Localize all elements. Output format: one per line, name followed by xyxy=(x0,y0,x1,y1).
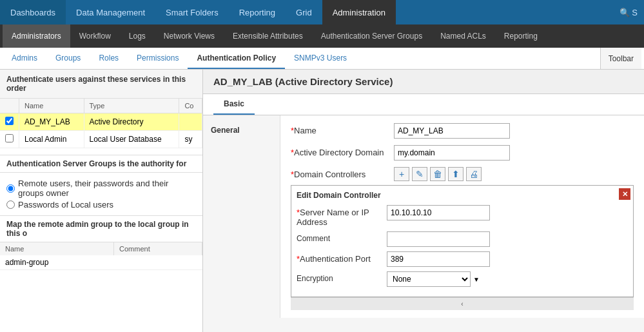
encryption-select[interactable]: None SSL TLS xyxy=(387,271,471,287)
third-navigation: Admins Groups Roles Permissions Authenti… xyxy=(0,48,644,70)
left-panel: Authenticate users against these service… xyxy=(0,70,203,332)
dc-add-button[interactable]: + xyxy=(394,167,409,181)
main-content: Authenticate users against these service… xyxy=(0,70,644,332)
sidebar-general[interactable]: General xyxy=(203,122,280,139)
dc-print-button[interactable]: 🖨 xyxy=(466,167,482,181)
dialog-form: *Name *Active Directory Domain xyxy=(280,115,644,318)
row-name: Local Admin xyxy=(19,131,84,148)
second-navigation: Administrators Workflow Logs Network Vie… xyxy=(0,24,644,48)
encryption-label: Encryption xyxy=(297,271,387,283)
ad-domain-input[interactable] xyxy=(394,145,510,161)
radio-group: Remote users, their passwords and their … xyxy=(0,173,202,215)
nav-grid[interactable]: Grid xyxy=(286,0,322,24)
dc-delete-button[interactable]: 🗑 xyxy=(430,167,445,181)
dialog-title: AD_MY_LAB (Active Directory Service) xyxy=(203,70,644,94)
scroll-left-indicator[interactable]: ‹ xyxy=(291,297,634,310)
map-section: Map the remote admin group to the local … xyxy=(0,215,202,270)
table-row[interactable]: Local Admin Local User Database sy xyxy=(0,131,202,148)
dialog-tab-basic[interactable]: Basic xyxy=(213,94,255,115)
tab-admins[interactable]: Admins xyxy=(3,48,46,69)
server-label: *Server Name or IP Address xyxy=(297,205,387,227)
col-type: Type xyxy=(84,99,179,113)
domain-controllers-header: *Domain Controllers + ✎ 🗑 ⬆ 🖨 xyxy=(291,167,634,181)
auth-services-table: Name Type Co AD_MY_LAB Active Directory … xyxy=(0,99,202,148)
col-name: Name xyxy=(19,99,84,113)
comment-input-container xyxy=(387,231,490,247)
dc-export-button[interactable]: ⬆ xyxy=(448,167,463,181)
subnav-workflow[interactable]: Workflow xyxy=(70,24,120,48)
row-name: AD_MY_LAB xyxy=(19,113,84,131)
name-input-container xyxy=(394,123,634,139)
map-row-name: admin-group xyxy=(0,255,114,270)
tab-permissions[interactable]: Permissions xyxy=(128,48,188,69)
map-row-comment xyxy=(114,255,202,270)
nav-dashboards[interactable]: Dashboards xyxy=(0,0,66,24)
row-checkbox[interactable] xyxy=(0,113,19,131)
name-input[interactable] xyxy=(394,123,510,139)
subnav-administrators[interactable]: Administrators xyxy=(3,24,70,48)
subnav-auth-server-groups[interactable]: Authentication Server Groups xyxy=(312,24,431,48)
subnav-extensible-attributes[interactable]: Extensible Attributes xyxy=(224,24,312,48)
authority-title: Authentication Server Groups is the auth… xyxy=(0,155,202,173)
dc-label: *Domain Controllers xyxy=(291,170,394,179)
ad-domain-label: *Active Directory Domain xyxy=(291,145,394,157)
radio-row-remote: Remote users, their passwords and their … xyxy=(6,179,196,198)
table-row[interactable]: AD_MY_LAB Active Directory xyxy=(0,113,202,131)
encryption-row: Encryption None SSL TLS ▼ xyxy=(297,271,628,287)
radio-local-label: Passwords of Local users xyxy=(18,200,113,210)
dc-toolbar: + ✎ 🗑 ⬆ 🖨 xyxy=(394,167,482,181)
row-type: Active Directory xyxy=(84,113,179,131)
auth-port-input-container xyxy=(387,251,490,267)
dialog-body: General *Name *Active Directory Domain xyxy=(203,115,644,318)
row-comment: sy xyxy=(179,131,202,148)
row-checkbox[interactable] xyxy=(0,131,19,148)
col-comment: Co xyxy=(179,99,202,113)
top-navigation: Dashboards Data Management Smart Folders… xyxy=(0,0,644,24)
comment-row: Comment xyxy=(297,231,628,247)
toolbar-label: Toolbar xyxy=(600,48,641,69)
radio-local[interactable] xyxy=(6,200,15,209)
search-area: 🔍 S xyxy=(620,0,644,24)
search-icon: 🔍 S xyxy=(620,8,638,17)
map-col-comment: Comment xyxy=(114,242,202,255)
right-panel: AD_MY_LAB (Active Directory Service) Bas… xyxy=(203,70,644,332)
tab-snmpv3-users[interactable]: SNMPv3 Users xyxy=(285,48,356,69)
comment-input[interactable] xyxy=(387,231,490,247)
row-type: Local User Database xyxy=(84,131,179,148)
map-table: Name Comment admin-group xyxy=(0,242,202,270)
server-row: *Server Name or IP Address xyxy=(297,205,628,227)
chevron-down-icon: ▼ xyxy=(473,276,480,283)
edit-dc-close-button[interactable]: ✕ xyxy=(619,188,630,200)
subnav-logs[interactable]: Logs xyxy=(120,24,155,48)
tab-authentication-policy[interactable]: Authentication Policy xyxy=(188,48,285,69)
tab-groups[interactable]: Groups xyxy=(46,48,90,69)
server-input[interactable] xyxy=(387,205,490,220)
subnav-reporting[interactable]: Reporting xyxy=(495,24,547,48)
edit-dc-title: Edit Domain Controller xyxy=(297,191,628,200)
subnav-named-acls[interactable]: Named ACLs xyxy=(431,24,495,48)
auth-services-title: Authenticate users against these service… xyxy=(0,70,202,99)
nav-data-management[interactable]: Data Management xyxy=(66,0,155,24)
tab-roles[interactable]: Roles xyxy=(90,48,128,69)
subnav-network-views[interactable]: Network Views xyxy=(155,24,224,48)
dc-edit-button[interactable]: ✎ xyxy=(412,167,427,181)
map-title: Map the remote admin group to the local … xyxy=(0,216,202,242)
auth-port-row: *Authentication Port xyxy=(297,251,628,267)
nav-smart-folders[interactable]: Smart Folders xyxy=(155,0,229,24)
row-comment xyxy=(179,113,202,131)
radio-remote-label: Remote users, their passwords and their … xyxy=(18,179,196,198)
radio-row-local: Passwords of Local users xyxy=(6,200,196,210)
edit-dc-box: Edit Domain Controller ✕ *Server Name or… xyxy=(291,185,634,297)
map-row[interactable]: admin-group xyxy=(0,255,202,270)
name-row: *Name xyxy=(291,123,634,139)
dialog-tabs: Basic xyxy=(203,94,644,115)
encryption-select-container: None SSL TLS ▼ xyxy=(387,271,480,287)
auth-port-input[interactable] xyxy=(387,251,490,267)
nav-administration[interactable]: Administration xyxy=(322,0,396,24)
col-checkbox xyxy=(0,99,19,113)
ad-domain-input-container xyxy=(394,145,634,161)
radio-remote[interactable] xyxy=(6,184,15,193)
nav-reporting[interactable]: Reporting xyxy=(229,0,286,24)
server-input-container xyxy=(387,205,490,220)
name-label: *Name xyxy=(291,123,394,135)
